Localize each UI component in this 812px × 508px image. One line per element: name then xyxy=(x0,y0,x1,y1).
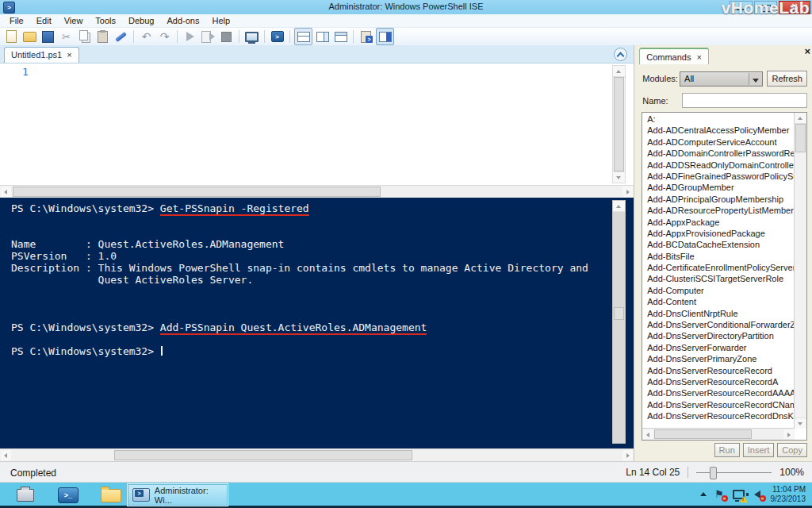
command-list-item[interactable]: Add-ADPrincipalGroupMembership xyxy=(642,194,795,205)
scroll-up-icon[interactable] xyxy=(613,201,625,212)
paste-icon[interactable] xyxy=(94,29,111,44)
scrollbar-thumb[interactable] xyxy=(654,429,752,439)
scroll-left-icon[interactable] xyxy=(643,429,653,439)
zoom-slider-thumb[interactable] xyxy=(710,467,717,479)
scroll-left-icon[interactable] xyxy=(1,450,11,460)
start-powershell-icon[interactable] xyxy=(269,29,285,44)
menu-item[interactable]: Debug xyxy=(122,15,160,26)
menu-item[interactable]: Edit xyxy=(30,15,58,26)
menu-item[interactable]: Tools xyxy=(89,15,122,26)
command-list-item[interactable]: Add-ADResourcePropertyListMember xyxy=(642,205,795,216)
command-list-item[interactable]: Add-ADDSReadOnlyDomainControllerAccount xyxy=(642,160,795,171)
layout-script-max-icon[interactable] xyxy=(332,29,349,44)
command-list-item[interactable]: Add-DnsServerResourceRecord xyxy=(642,365,795,376)
scrollbar-thumb[interactable] xyxy=(795,124,806,152)
file-explorer-icon[interactable] xyxy=(97,485,125,506)
panel-close-icon[interactable]: × xyxy=(804,47,810,56)
command-list-item[interactable]: Add-DnsServerForwarder xyxy=(642,342,795,353)
command-list-item[interactable]: Add-DnsClientNrptRule xyxy=(642,308,795,319)
undo-icon[interactable] xyxy=(138,29,155,44)
scrollbar-thumb[interactable] xyxy=(614,77,624,171)
collapse-script-pane-icon[interactable] xyxy=(614,48,627,61)
command-list-item[interactable]: Add-DnsServerResourceRecordCName xyxy=(642,399,795,410)
scroll-right-icon[interactable] xyxy=(622,450,633,460)
run-script-icon[interactable] xyxy=(182,29,198,44)
command-list-item[interactable]: Add-AppxPackage xyxy=(642,217,795,228)
editor-vertical-scrollbar[interactable] xyxy=(612,65,626,183)
command-list-item[interactable]: A: xyxy=(642,114,795,125)
panel-action-button[interactable]: Run xyxy=(714,443,740,457)
save-icon[interactable] xyxy=(40,29,56,44)
zoom-slider[interactable] xyxy=(696,466,772,479)
command-list-item[interactable]: Add-Content xyxy=(642,296,795,307)
command-list-item[interactable]: Add-DnsServerConditionalForwarderZone xyxy=(642,319,795,330)
menu-item[interactable]: File xyxy=(3,15,30,26)
scroll-up-icon[interactable] xyxy=(795,113,806,124)
taskbar-clock[interactable]: 11:04 PM 9/23/2013 xyxy=(771,485,808,504)
command-list-item[interactable]: Add-DnsServerResourceRecordDnsKey xyxy=(642,410,795,421)
active-task-button[interactable]: Administrator: Wi... xyxy=(127,483,228,506)
command-list-item[interactable]: Add-BCDataCacheExtension xyxy=(642,239,795,250)
command-list-item[interactable]: Add-DnsServerResourceRecordAAAA xyxy=(642,387,795,398)
server-manager-icon[interactable] xyxy=(11,485,40,506)
menu-item[interactable]: Help xyxy=(205,15,236,26)
script-editor[interactable]: 1 xyxy=(0,64,634,185)
tab-close-icon[interactable]: × xyxy=(67,51,71,59)
powershell-taskbar-icon[interactable]: >_ xyxy=(54,485,82,506)
command-list-item[interactable]: Add-Computer xyxy=(642,285,795,296)
scrollbar-thumb[interactable] xyxy=(114,450,412,460)
scroll-right-icon[interactable] xyxy=(783,429,794,439)
editor-horizontal-scrollbar[interactable] xyxy=(0,185,634,198)
new-remote-powershell-tab-icon[interactable] xyxy=(243,29,260,44)
copy-icon[interactable] xyxy=(76,29,93,44)
modules-dropdown[interactable]: All xyxy=(680,71,763,87)
network-status-icon[interactable] xyxy=(733,488,745,500)
command-list-item[interactable]: Add-DnsServerResourceRecordA xyxy=(642,376,795,387)
layout-script-top-icon[interactable] xyxy=(294,28,312,45)
menu-item[interactable]: View xyxy=(58,15,90,26)
command-list-item[interactable]: Add-AppxProvisionedPackage xyxy=(642,228,795,239)
scrollbar-thumb[interactable] xyxy=(614,307,624,320)
volume-muted-icon[interactable]: × xyxy=(752,488,764,500)
commands-tab[interactable]: Commands × xyxy=(639,48,709,64)
scrollbar-thumb[interactable] xyxy=(13,187,381,197)
command-list-item[interactable]: Add-ADCentralAccessPolicyMember xyxy=(642,125,795,136)
scroll-down-icon[interactable] xyxy=(795,418,806,429)
redo-icon[interactable] xyxy=(156,29,173,44)
console-horizontal-scrollbar[interactable] xyxy=(0,448,634,461)
run-selection-icon[interactable] xyxy=(200,29,216,44)
action-center-flag-icon[interactable]: ⚑× xyxy=(714,488,726,500)
command-list-item[interactable]: Add-BitsFile xyxy=(642,251,795,262)
command-list-item[interactable]: Add-ClusteriSCSITargetServerRole xyxy=(642,273,795,284)
show-script-pane-icon[interactable] xyxy=(358,29,374,44)
show-command-addon-icon[interactable] xyxy=(376,28,394,45)
command-list-horizontal-scrollbar[interactable] xyxy=(642,428,795,440)
command-list-item[interactable]: Add-DnsServerPrimaryZone xyxy=(642,353,795,364)
layout-script-right-icon[interactable] xyxy=(314,29,331,44)
refresh-button[interactable]: Refresh xyxy=(767,71,807,87)
show-hidden-icons-icon[interactable] xyxy=(700,492,707,496)
command-list-item[interactable]: Add-ADComputerServiceAccount xyxy=(642,137,795,148)
open-script-icon[interactable] xyxy=(21,29,38,44)
new-script-icon[interactable] xyxy=(3,29,20,44)
clear-console-icon[interactable] xyxy=(113,29,129,44)
console-pane[interactable]: PS C:\Windows\system32> Get-PSSnapin -Re… xyxy=(0,198,634,448)
command-name-input[interactable] xyxy=(682,93,807,108)
commands-tab-close-icon[interactable]: × xyxy=(696,53,701,61)
cut-icon[interactable] xyxy=(58,29,75,44)
script-tab[interactable]: Untitled1.ps1 × xyxy=(4,47,79,63)
command-list-vertical-scrollbar[interactable] xyxy=(794,113,806,429)
panel-action-button[interactable]: Insert xyxy=(743,443,775,457)
command-list-item[interactable]: Add-ADDomainControllerPasswordReplicatio… xyxy=(642,148,795,159)
command-list-item[interactable]: Add-CertificateEnrollmentPolicyServer xyxy=(642,262,795,273)
scroll-left-icon[interactable] xyxy=(1,187,11,197)
scroll-right-icon[interactable] xyxy=(622,187,633,197)
command-list-item[interactable]: Add-DnsServerDirectoryPartition xyxy=(642,330,795,341)
console-vertical-scrollbar[interactable] xyxy=(612,200,626,444)
command-list-item[interactable]: Add-ADGroupMember xyxy=(642,182,795,193)
scroll-up-icon[interactable] xyxy=(613,66,625,77)
stop-operation-icon[interactable] xyxy=(218,29,235,44)
command-list-item[interactable]: Add-ADFineGrainedPasswordPolicySubject xyxy=(642,171,795,182)
menu-item[interactable]: Add-ons xyxy=(160,15,205,26)
scroll-down-icon[interactable] xyxy=(613,171,625,183)
